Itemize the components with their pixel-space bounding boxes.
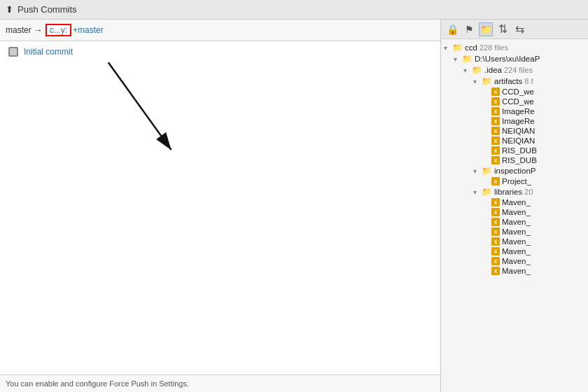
expand-arrow-icon: ▾ (463, 66, 472, 74)
sort-desc-icon-btn[interactable]: ⇆ (512, 22, 526, 36)
tree-file-node[interactable]: XRIS_DUB (441, 146, 588, 155)
title-text: Push Commits (18, 4, 77, 15)
tree-node-label: ImageRe (502, 107, 535, 115)
file-xml-icon: X (491, 218, 500, 226)
tree-node-label: .idea (484, 66, 502, 74)
main-content: master → c...y: +master Initial commit (0, 20, 588, 392)
expand-arrow-icon: ▾ (473, 167, 482, 175)
tree-file-node[interactable]: XMaven_ (441, 197, 588, 207)
tree-file-node[interactable]: XMaven_ (441, 256, 588, 266)
tree-file-node[interactable]: XCCD_we (441, 87, 588, 97)
file-xml-icon: X (491, 107, 500, 115)
branch-bar: master → c...y: +master (0, 20, 440, 41)
tree-file-node[interactable]: XCCD_we (441, 97, 588, 106)
tree-node-label: ImageRe (502, 117, 535, 125)
tree-toolbar: 🔒 ⚑ 📁 ⇅ ⇆ (441, 20, 588, 39)
tree-folder-node[interactable]: ▾📁D:\Users\xu\IdeaP (441, 53, 588, 64)
tree-node-label: ccd (465, 43, 477, 52)
tree-node-label: Maven_ (502, 257, 531, 265)
left-panel: master → c...y: +master Initial commit (0, 20, 441, 392)
file-xml-icon: X (491, 267, 500, 275)
commit-icon (8, 47, 18, 57)
tree-node-label: artifacts (494, 77, 522, 85)
title-bar: ⬆ Push Commits (0, 0, 588, 20)
tree-node-label: RIS_DUB (502, 156, 537, 164)
tree-file-node[interactable]: XMaven_ (441, 237, 588, 246)
folder-icon: 📁 (482, 166, 492, 176)
file-xml-icon: X (491, 127, 500, 135)
folder-icon: 📁 (452, 43, 463, 52)
lock-icon-btn[interactable]: 🔒 (445, 22, 459, 36)
tree-node-count: 228 files (479, 43, 508, 52)
tree-file-node[interactable]: XMaven_ (441, 227, 588, 237)
tree-node-label: Maven_ (502, 198, 531, 206)
commit-item[interactable]: Initial commit (0, 44, 440, 59)
tree-folder-node[interactable]: ▾📁.idea224 files (441, 64, 588, 76)
tree-node-label: Maven_ (502, 237, 531, 246)
sort-asc-icon-btn[interactable]: ⇅ (496, 22, 510, 36)
tree-node-label: CCD_we (502, 97, 534, 106)
tree-node-count: 8 f (524, 77, 533, 85)
flag-icon-btn[interactable]: ⚑ (462, 22, 476, 36)
tree-node-label: inspectionP (494, 167, 536, 175)
tree-node-count: 224 files (504, 66, 533, 74)
tree-file-node[interactable]: XNEIQIAN (441, 136, 588, 146)
file-xml-icon: X (491, 156, 500, 164)
tree-folder-node[interactable]: ▾📁inspectionP (441, 165, 588, 176)
tree-node-label: Maven_ (502, 247, 531, 255)
tree-node-label: Maven_ (502, 227, 531, 236)
tree-node-count: 20 (524, 188, 533, 196)
expand-arrow-icon: ▾ (473, 78, 482, 85)
file-xml-icon: X (491, 257, 500, 265)
tree-node-label: Maven_ (502, 208, 531, 216)
tree-node-label: D:\Users\xu\IdeaP (475, 55, 540, 63)
tree-folder-node[interactable]: ▾📁ccd228 files (441, 42, 588, 53)
plus-master-link[interactable]: +master (73, 25, 104, 35)
file-xml-icon: X (491, 198, 500, 206)
tree-file-node[interactable]: XMaven_ (441, 246, 588, 256)
folder-icon: 📁 (472, 65, 482, 75)
tree-file-node[interactable]: XMaven_ (441, 266, 588, 276)
folder-icon: 📁 (482, 76, 492, 86)
file-xml-icon: X (491, 247, 500, 255)
expand-arrow-icon: ▾ (454, 55, 462, 63)
file-xml-icon: X (491, 177, 500, 186)
file-xml-icon: X (491, 88, 500, 96)
folder-icon: 📁 (482, 187, 492, 197)
tree-node-label: Maven_ (502, 267, 531, 275)
tree-node-label: Maven_ (502, 218, 531, 226)
tree-node-label: RIS_DUB (502, 146, 537, 155)
tree-node-label: NEIQIAN (502, 136, 535, 145)
bottom-status-bar: You can enable and configure Force Push … (0, 374, 440, 392)
status-text: You can enable and configure Force Push … (6, 379, 189, 388)
tree-folder-node[interactable]: ▾📁artifacts8 f (441, 76, 588, 87)
master-label: master (6, 25, 31, 35)
tree-node-label: CCD_we (502, 88, 534, 96)
tree-file-node[interactable]: XNEIQIAN (441, 126, 588, 136)
folder-icon: 📁 (462, 54, 472, 64)
expand-arrow-icon: ▾ (444, 44, 452, 52)
expand-arrow-icon: ▾ (473, 188, 482, 196)
tree-content: ▾📁ccd228 files▾📁D:\Users\xu\IdeaP▾📁.idea… (441, 39, 588, 392)
tree-file-node[interactable]: XProject_ (441, 176, 588, 186)
tree-file-node[interactable]: XRIS_DUB (441, 155, 588, 165)
commit-icon-inner (10, 48, 17, 55)
file-xml-icon: X (491, 136, 500, 145)
tree-file-node[interactable]: XImageRe (441, 106, 588, 116)
branch-link[interactable]: c...y: (46, 24, 71, 36)
branch-arrow: → (34, 25, 43, 35)
folder-open-icon-btn[interactable]: 📁 (479, 22, 493, 36)
push-icon: ⬆ (6, 4, 13, 15)
tree-node-label: NEIQIAN (502, 127, 535, 135)
tree-file-node[interactable]: XMaven_ (441, 207, 588, 217)
file-xml-icon: X (491, 227, 500, 236)
right-panel: 🔒 ⚑ 📁 ⇅ ⇆ ▾📁ccd228 files▾📁D:\Users\xu\Id… (441, 20, 588, 392)
tree-file-node[interactable]: XImageRe (441, 116, 588, 126)
tree-node-label: libraries (494, 188, 522, 196)
tree-file-node[interactable]: XMaven_ (441, 217, 588, 227)
tree-folder-node[interactable]: ▾📁libraries20 (441, 186, 588, 197)
file-xml-icon: X (491, 146, 500, 155)
file-xml-icon: X (491, 237, 500, 246)
file-xml-icon: X (491, 117, 500, 125)
tree-node-label: Project_ (502, 177, 531, 186)
